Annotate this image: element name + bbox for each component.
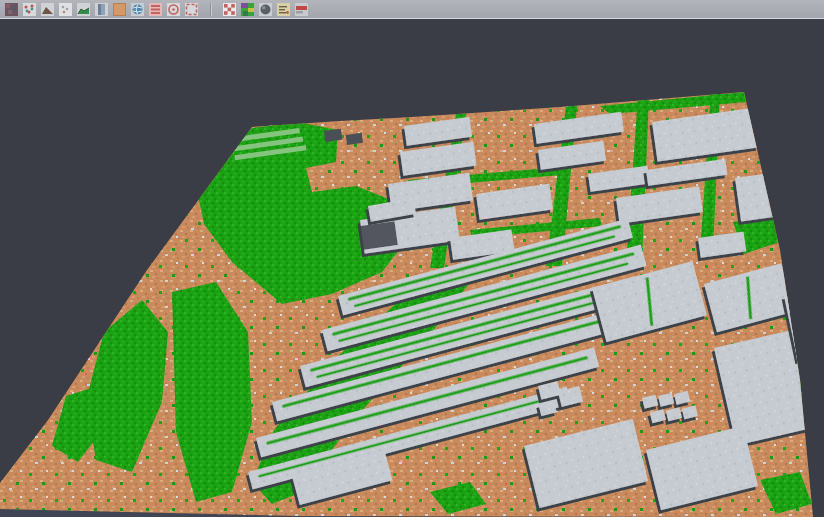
red-layers-icon[interactable] bbox=[148, 2, 162, 16]
vegetation-hill-icon[interactable] bbox=[76, 2, 90, 16]
3d-viewport[interactable] bbox=[0, 21, 824, 517]
annotation-icon[interactable] bbox=[276, 2, 290, 16]
mosaic-icon[interactable] bbox=[4, 2, 18, 16]
column-icon[interactable] bbox=[94, 2, 108, 16]
colormap-icon[interactable] bbox=[240, 2, 254, 16]
red-stripe-icon[interactable] bbox=[294, 2, 308, 16]
sphere-icon[interactable] bbox=[258, 2, 272, 16]
toolbar-separator bbox=[210, 3, 211, 16]
terrain-mound-icon[interactable] bbox=[40, 2, 54, 16]
terrain-render bbox=[0, 21, 824, 517]
red-checker-icon[interactable] bbox=[222, 2, 236, 16]
selection-box-icon[interactable] bbox=[184, 2, 198, 16]
target-icon[interactable] bbox=[166, 2, 180, 16]
globe-icon[interactable] bbox=[130, 2, 144, 16]
ortho-tile-icon[interactable] bbox=[112, 2, 126, 16]
classified-points-icon[interactable] bbox=[22, 2, 36, 16]
sparse-points-icon[interactable] bbox=[58, 2, 72, 16]
toolbar bbox=[0, 0, 824, 19]
